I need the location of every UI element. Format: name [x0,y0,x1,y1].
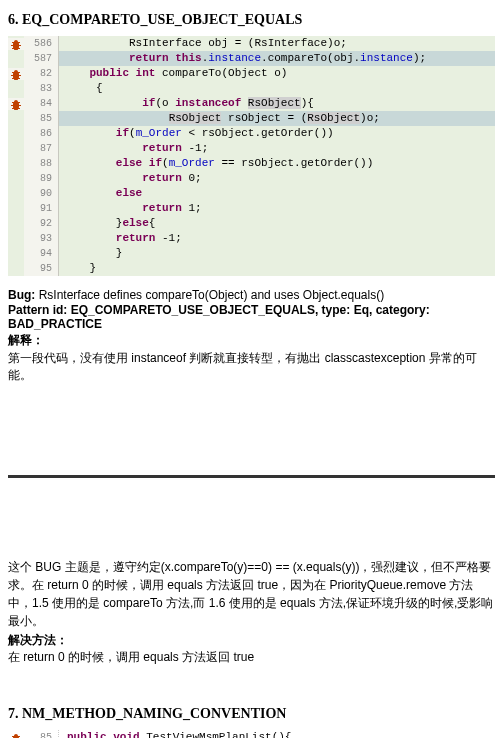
code-text: else if(m_Order == rsObject.getOrder()) [59,156,495,171]
code-text: RsObject rsObject = (RsObject)o; [59,111,495,126]
gutter-bug-cell [8,732,24,739]
code-line: 87 return -1; [8,141,495,156]
line-number: 94 [24,246,59,261]
code-line: 587 return this.instance.compareTo(obj.i… [8,51,495,66]
line-number: 85 [24,730,59,738]
code-line: 90 else [8,186,495,201]
line-number: 88 [24,156,59,171]
code-line: 93 return -1; [8,231,495,246]
code-text: else [59,186,495,201]
bug-icon [10,98,22,110]
code-text: } [59,261,495,276]
code-line: 94 } [8,246,495,261]
code-line: 86 if(m_Order < rsObject.getOrder()) [8,126,495,141]
line-number: 93 [24,231,59,246]
code-line: 83 { [8,81,495,96]
bug-line: Bug: RsInterface defines compareTo(Objec… [8,288,495,302]
bug-icon [10,38,22,50]
code-text: if(m_Order < rsObject.getOrder()) [59,126,495,141]
code-text: } [59,246,495,261]
solution-text: 在 return 0 的时候，调用 equals 方法返回 true [8,649,495,666]
code-text: public int compareTo(Object o) [59,66,495,81]
code-text: return -1; [59,141,495,156]
line-number: 91 [24,201,59,216]
pattern-line: Pattern id: EQ_COMPARETO_USE_OBJECT_EQUA… [8,303,495,331]
line-number: 587 [24,51,59,66]
code-line: 92 }else{ [8,216,495,231]
code-line: 82 public int compareTo(Object o) [8,66,495,81]
code-line: 91 return 1; [8,201,495,216]
gutter-bug-cell [8,98,24,110]
pattern-label: Pattern id: [8,303,67,317]
line-number: 82 [24,66,59,81]
code-text: return this.instance.compareTo(obj.insta… [59,51,495,66]
section7-heading: 7. NM_METHOD_NAMING_CONVENTION [8,706,495,722]
code-line: 85public void TestViewMsmPlanList(){ [8,730,495,738]
pattern-text: EQ_COMPARETO_USE_OBJECT_EQUALS, type: Eq… [8,303,430,331]
code-text: RsInterface obj = (RsInterface)o; [59,36,495,51]
line-number: 89 [24,171,59,186]
section6-body: 这个 BUG 主题是，遵守约定(x.compareTo(y)==0) == (x… [8,558,495,630]
section6-code-block: 586 RsInterface obj = (RsInterface)o;587… [8,36,495,276]
solution-label: 解决方法： [8,632,495,649]
line-number: 85 [24,111,59,126]
code-text: if(o instanceof RsObject){ [59,96,495,111]
bug-label: Bug: [8,288,35,302]
code-text: public void TestViewMsmPlanList(){ [59,730,495,738]
line-number: 83 [24,81,59,96]
bug-icon [10,732,22,739]
code-text: return 0; [59,171,495,186]
section6-heading: 6. EQ_COMPARETO_USE_OBJECT_EQUALS [8,12,495,28]
bug-text: RsInterface defines compareTo(Object) an… [35,288,384,302]
code-line: 586 RsInterface obj = (RsInterface)o; [8,36,495,51]
bug-icon [10,68,22,80]
code-text: return -1; [59,231,495,246]
code-line: 84 if(o instanceof RsObject){ [8,96,495,111]
line-number: 86 [24,126,59,141]
line-number: 95 [24,261,59,276]
explain-label: 解释： [8,332,495,349]
divider [8,475,495,478]
code-text: { [59,81,495,96]
code-line: 95 } [8,261,495,276]
line-number: 87 [24,141,59,156]
section6-meta: Bug: RsInterface defines compareTo(Objec… [8,288,495,384]
explain-text: 第一段代码，没有使用 instanceof 判断就直接转型，有抛出 classc… [8,350,495,384]
code-line: 85 RsObject rsObject = (RsObject)o; [8,111,495,126]
gutter-bug-cell [8,68,24,80]
line-number: 586 [24,36,59,51]
code-text: return 1; [59,201,495,216]
code-line: 88 else if(m_Order == rsObject.getOrder(… [8,156,495,171]
line-number: 84 [24,96,59,111]
line-number: 90 [24,186,59,201]
line-number: 92 [24,216,59,231]
code-text: }else{ [59,216,495,231]
gutter-bug-cell [8,38,24,50]
code-line: 89 return 0; [8,171,495,186]
section7-code-block: 85public void TestViewMsmPlanList(){ [8,730,495,738]
